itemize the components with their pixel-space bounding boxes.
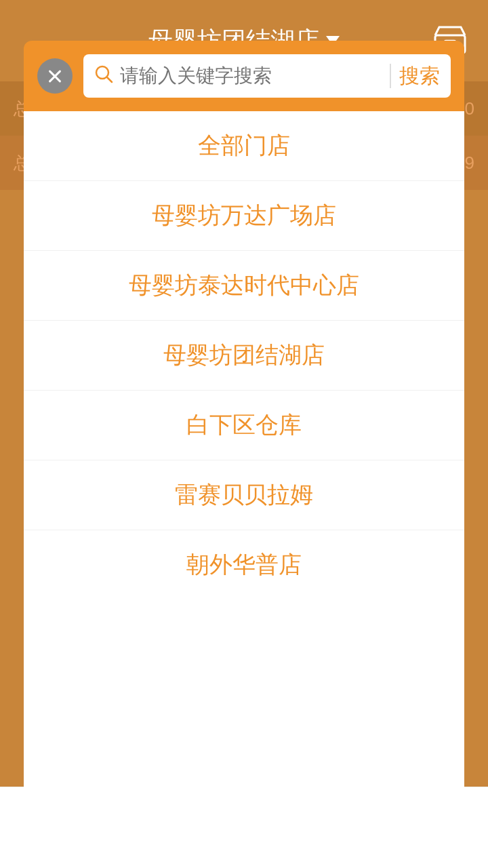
search-input[interactable] [120, 65, 382, 87]
dropdown-item-wanda[interactable]: 母婴坊万达广场店 [24, 181, 464, 251]
search-input-wrapper: 搜索 [83, 54, 451, 98]
search-bar-container: 搜索 [24, 41, 464, 111]
dropdown-empty-area [24, 599, 464, 868]
dropdown-item-all[interactable]: 全部门店 [24, 111, 464, 181]
search-icon [94, 64, 113, 88]
search-divider [390, 64, 391, 88]
dropdown-item-leisai[interactable]: 雷赛贝贝拉姆 [24, 460, 464, 530]
dropdown-list: 全部门店母婴坊万达广场店母婴坊泰达时代中心店母婴坊团结湖店白下区仓库雷赛贝贝拉姆… [24, 111, 464, 599]
bg-strip-1-value: 0 [465, 98, 474, 119]
store-selector-overlay: 搜索 全部门店母婴坊万达广场店母婴坊泰达时代中心店母婴坊团结湖店白下区仓库雷赛贝… [24, 41, 464, 868]
close-button[interactable] [37, 58, 73, 94]
svg-line-3 [107, 77, 112, 82]
search-button[interactable]: 搜索 [399, 62, 440, 90]
dropdown-item-taida[interactable]: 母婴坊泰达时代中心店 [24, 251, 464, 321]
dropdown-item-chaowai[interactable]: 朝外华普店 [24, 530, 464, 599]
dropdown-item-tuanjiehu[interactable]: 母婴坊团结湖店 [24, 321, 464, 391]
dropdown-item-baixia[interactable]: 白下区仓库 [24, 391, 464, 460]
